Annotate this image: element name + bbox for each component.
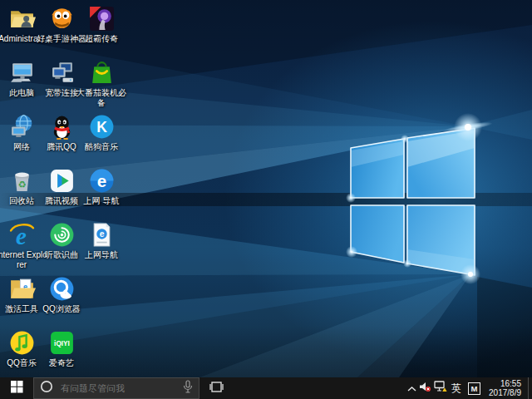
start-button[interactable]: [0, 377, 33, 399]
monster-icon: [48, 5, 76, 32]
show-desktop-button[interactable]: [528, 377, 532, 399]
user-folder-icon: [8, 5, 36, 32]
icon-label: 爱奇艺: [36, 358, 87, 368]
cortana-icon: [40, 380, 53, 397]
show-hidden-icons-button[interactable]: [405, 377, 418, 399]
icon-qq-music[interactable]: QQ音乐: [2, 329, 42, 382]
recycle-bin-icon: ♻: [8, 167, 36, 195]
svg-text:e: e: [99, 229, 104, 239]
icon-label: 大番茄装机必备: [76, 88, 127, 107]
kugou-icon: K: [88, 113, 116, 140]
svg-text:♻: ♻: [17, 180, 26, 190]
tomato-bag-icon: [88, 59, 116, 86]
qq-browser-icon: [48, 275, 76, 303]
icon-iqiyi[interactable]: iQIYI爱奇艺: [42, 329, 81, 382]
chevron-up-icon: [407, 381, 416, 396]
taskbar-search-box[interactable]: [33, 377, 200, 399]
icon-label: 上网导航: [76, 250, 127, 260]
icon-haozhuo-game[interactable]: 好桌手游神器: [42, 5, 81, 58]
icon-kugou-music[interactable]: K酷狗音乐: [81, 113, 121, 166]
svg-text:e: e: [96, 171, 106, 190]
task-view-button[interactable]: [200, 377, 233, 399]
svg-text:K: K: [96, 119, 107, 135]
e-doc-icon: e: [88, 221, 116, 249]
icon-label: 上网 导航: [76, 196, 127, 206]
desktop-icon-grid: Administra...好桌手游神器超霸传奇此电脑宽带连接大番茄装机必备网络腾…: [0, 0, 532, 377]
legend-game-icon: [88, 5, 116, 32]
microphone-icon[interactable]: [183, 380, 193, 397]
e-circle-icon: e: [88, 167, 116, 195]
icon-qq-browser[interactable]: QQ浏览器: [42, 275, 81, 328]
icon-label: 超霸传奇: [76, 34, 127, 44]
icon-label: QQ浏览器: [36, 304, 87, 314]
network-button[interactable]: [432, 377, 448, 399]
network-warning-icon: [434, 381, 447, 396]
ime-mode-label: M: [468, 382, 480, 395]
qq-music-icon: [8, 329, 36, 357]
icon-chuanqi-game[interactable]: 超霸传奇: [81, 5, 121, 58]
icon-datomato[interactable]: 大番茄装机必备: [81, 59, 121, 112]
speaker-muted-icon: [419, 381, 431, 396]
system-tray: 英 M 16:55 2017/8/9: [405, 377, 532, 399]
icon-tencent-video[interactable]: 腾讯视频: [42, 167, 81, 220]
icon-this-pc[interactable]: 此电脑: [2, 59, 42, 112]
icon-label: 酷狗音乐: [76, 142, 127, 152]
icon-administrator-folder[interactable]: Administra...: [2, 5, 42, 58]
icon-internet-explorer[interactable]: eInternet Explorer: [2, 221, 42, 274]
this-pc-icon: [8, 59, 36, 86]
activate-folder-icon: e: [8, 275, 36, 303]
song-id-icon: [48, 221, 76, 249]
icon-tencent-qq[interactable]: 腾讯QQ: [42, 113, 81, 166]
windows-logo-icon: [11, 381, 23, 397]
icon-activation-tool[interactable]: e激活工具: [2, 275, 42, 328]
broadband-icon: [48, 59, 76, 86]
icon-song-recognition[interactable]: 听歌识曲: [42, 221, 81, 274]
ime-language-button[interactable]: 英: [448, 377, 465, 399]
ime-language-label: 英: [448, 382, 465, 396]
ie-icon: e: [8, 221, 36, 249]
svg-text:iQIYI: iQIYI: [54, 340, 70, 347]
volume-button[interactable]: [418, 377, 432, 399]
ime-mode-button[interactable]: M: [465, 377, 484, 399]
taskbar: 英 M 16:55 2017/8/9: [0, 377, 532, 399]
clock-time: 16:55: [489, 379, 521, 389]
network-icon: [8, 113, 36, 140]
icon-web-nav-circle[interactable]: e上网 导航: [81, 167, 121, 220]
search-input[interactable]: [59, 382, 183, 394]
tencent-video-icon: [48, 167, 76, 195]
task-view-icon: [209, 381, 224, 397]
clock-date: 2017/8/9: [489, 388, 521, 398]
clock[interactable]: 16:55 2017/8/9: [484, 377, 528, 399]
iqiyi-icon: iQIYI: [48, 329, 76, 357]
icon-web-nav-doc[interactable]: e上网导航: [81, 221, 121, 274]
icon-recycle-bin[interactable]: ♻回收站: [2, 167, 42, 220]
icon-network[interactable]: 网络: [2, 113, 42, 166]
qq-icon: [48, 113, 76, 140]
